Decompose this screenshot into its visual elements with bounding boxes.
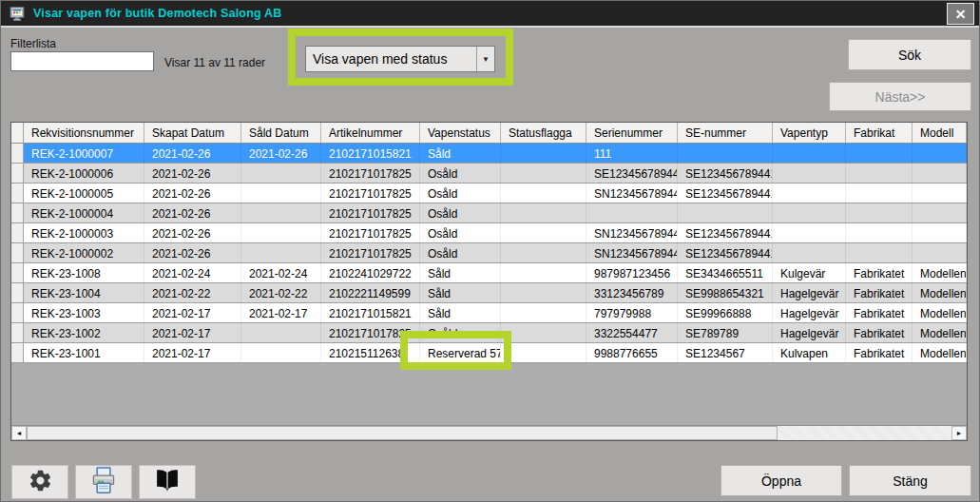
table-cell[interactable]: REK-2-1000005 (24, 183, 144, 203)
table-cell[interactable]: Modellen (913, 263, 967, 282)
table-cell[interactable]: Såld (420, 263, 501, 282)
table-cell[interactable]: Fabrikatet (846, 323, 913, 342)
table-cell[interactable] (913, 183, 967, 203)
table-cell[interactable]: REK-23-1002 (24, 323, 144, 342)
table-cell[interactable] (501, 283, 586, 302)
table-cell[interactable]: 2102171017825 (321, 223, 420, 242)
table-cell[interactable]: 111 (586, 144, 678, 163)
table-cell[interactable]: 2021-02-22 (241, 283, 321, 302)
table-cell[interactable]: SN1234567894413 (586, 183, 678, 203)
table-cell[interactable]: 2102171017825 (321, 323, 420, 342)
column-header[interactable]: Statusflagga (501, 123, 586, 143)
table-row[interactable]: REK-23-10032021-02-172021-02-17210217101… (11, 303, 967, 323)
table-cell[interactable]: Osåld (420, 164, 501, 183)
table-cell[interactable]: REK-2-1000002 (24, 243, 144, 262)
column-header[interactable]: Serienummer (586, 123, 678, 143)
table-cell[interactable] (846, 164, 913, 183)
table-cell[interactable]: REK-2-1000006 (24, 164, 144, 183)
table-cell[interactable] (773, 144, 846, 163)
table-cell[interactable] (501, 144, 586, 163)
table-cell[interactable]: 2102171017825 (321, 164, 420, 183)
table-row[interactable]: REK-2-10000072021-02-262021-02-262102171… (11, 144, 967, 164)
table-row[interactable]: REK-2-10000042021-02-262102171017825Osål… (11, 203, 967, 223)
table-cell[interactable] (678, 203, 773, 222)
table-cell[interactable]: 2102171015821 (321, 303, 420, 322)
scrollbar-thumb[interactable] (27, 426, 778, 440)
table-cell[interactable]: 2021-02-26 (144, 164, 241, 183)
table-cell[interactable]: SE789789 (678, 323, 773, 342)
table-cell[interactable]: Osåld (420, 223, 501, 242)
table-cell[interactable] (846, 203, 913, 222)
table-cell[interactable] (846, 144, 913, 163)
table-cell[interactable]: 2021-02-22 (144, 283, 241, 302)
column-header[interactable]: Modell (913, 123, 967, 143)
table-cell[interactable]: 9988776655 (586, 343, 678, 362)
table-cell[interactable]: 2021-02-24 (144, 263, 241, 282)
table-cell[interactable]: 2021-02-26 (144, 183, 241, 203)
table-cell[interactable] (678, 144, 773, 163)
row-header[interactable] (11, 283, 24, 302)
table-cell[interactable] (913, 164, 967, 183)
table-cell[interactable]: 2021-02-26 (144, 223, 241, 242)
table-cell[interactable] (773, 164, 846, 183)
row-header[interactable] (11, 343, 24, 362)
table-cell[interactable]: REK-2-1000003 (24, 223, 144, 242)
print-button[interactable] (75, 465, 132, 499)
table-cell[interactable]: SE1234567894414 (586, 164, 678, 183)
table-cell[interactable] (501, 323, 586, 342)
column-header[interactable]: Vapentyp (773, 123, 846, 143)
table-cell[interactable]: Osåld (420, 203, 501, 222)
table-cell[interactable]: 2021-02-24 (241, 263, 321, 282)
table-cell[interactable] (501, 223, 586, 242)
row-header[interactable] (11, 223, 24, 242)
table-cell[interactable]: SE1234567894412 (678, 223, 773, 242)
table-cell[interactable]: REK-23-1001 (24, 343, 144, 362)
table-cell[interactable]: Modellen (913, 343, 967, 362)
search-button[interactable]: Sök (848, 39, 971, 70)
row-header[interactable] (11, 263, 24, 282)
table-cell[interactable]: Såld (420, 283, 501, 302)
horizontal-scrollbar[interactable]: ◄ ► (11, 425, 967, 440)
table-cell[interactable] (773, 223, 846, 242)
close-dialog-button[interactable]: Stäng (849, 465, 971, 496)
table-cell[interactable] (501, 303, 586, 322)
table-cell[interactable]: Osåld (420, 183, 501, 203)
table-cell[interactable]: Kulvapen (773, 343, 846, 362)
filter-input[interactable] (10, 51, 154, 71)
table-cell[interactable] (913, 243, 967, 262)
table-cell[interactable]: REK-23-1008 (24, 263, 144, 282)
table-cell[interactable] (773, 183, 846, 203)
table-cell[interactable]: Modellen (913, 303, 967, 322)
table-cell[interactable]: 2102171017825 (321, 203, 420, 222)
table-cell[interactable]: 987987123456 (586, 263, 678, 282)
column-header[interactable]: Såld Datum (241, 123, 321, 143)
table-cell[interactable] (241, 183, 321, 203)
table-cell[interactable]: Hagelgevär (773, 283, 846, 302)
table-cell[interactable]: 2021-02-17 (144, 343, 241, 362)
table-cell[interactable]: Modellen (913, 323, 967, 342)
table-row[interactable]: REK-23-10042021-02-222021-02-22210222114… (11, 283, 967, 303)
manual-button[interactable] (139, 465, 196, 499)
table-cell[interactable] (241, 323, 321, 342)
column-header[interactable]: SE-nummer (678, 123, 773, 143)
table-cell[interactable] (241, 203, 321, 222)
column-header[interactable]: Rekvisitionsnummer (24, 123, 144, 143)
table-cell[interactable]: SE99966888 (678, 303, 773, 322)
table-cell[interactable]: 2021-02-26 (144, 203, 241, 222)
row-header[interactable] (11, 303, 24, 322)
table-row[interactable]: REK-23-10012021-02-17210215112638Reserve… (11, 343, 967, 363)
table-cell[interactable]: 2021-02-17 (144, 303, 241, 322)
table-cell[interactable]: 2102241029722 (321, 263, 420, 282)
table-cell[interactable]: SE3434665511 (678, 263, 773, 282)
table-cell[interactable]: 2021-02-17 (241, 303, 321, 322)
table-cell[interactable]: Osåld (420, 323, 501, 342)
row-header[interactable] (11, 144, 24, 163)
table-cell[interactable]: 2102171017825 (321, 243, 420, 262)
table-cell[interactable] (913, 144, 967, 163)
table-cell[interactable]: SN1234567894412 (586, 223, 678, 242)
table-row[interactable]: REK-2-10000062021-02-262102171017825Osål… (11, 164, 967, 183)
table-cell[interactable] (586, 203, 678, 222)
table-cell[interactable]: SE1234567894413 (678, 183, 773, 203)
scroll-left-icon[interactable]: ◄ (11, 426, 27, 440)
column-header[interactable]: Vapenstatus (420, 123, 501, 143)
